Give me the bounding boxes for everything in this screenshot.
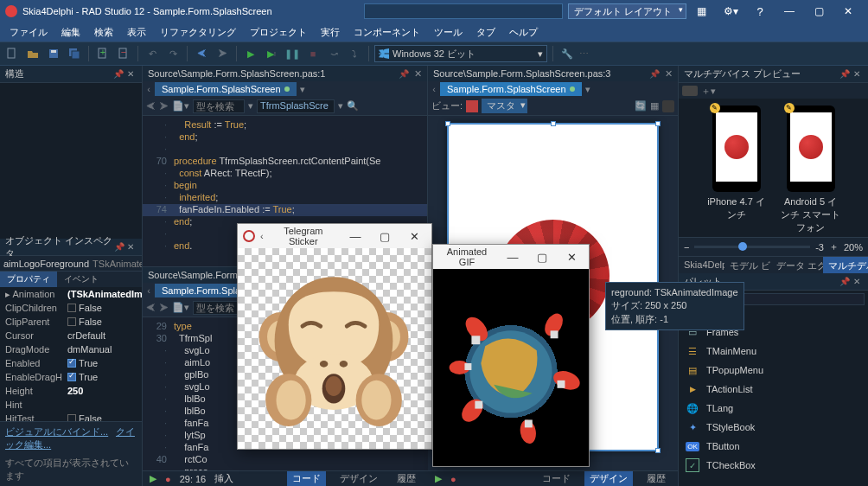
device-android[interactable]: ✎ Android 5 インチ スマートフォン: [781, 106, 841, 230]
subtab-project[interactable]: Skia4Delphi...: [679, 257, 724, 273]
menu-file[interactable]: ファイル: [3, 23, 54, 42]
structure-tree[interactable]: [0, 83, 142, 239]
menu-tools[interactable]: ツール: [428, 23, 469, 42]
menu-help[interactable]: ヘルプ: [503, 23, 544, 42]
footer-tab-design[interactable]: デザイン: [584, 471, 633, 486]
property-row[interactable]: HitTestFalse: [0, 412, 142, 421]
pin-icon[interactable]: 📌: [649, 69, 660, 79]
close-button[interactable]: ✕: [559, 251, 584, 264]
panel-pin-icon[interactable]: 📌: [839, 277, 851, 286]
animated-gif-window[interactable]: Animated GIF — ▢ ✕: [432, 244, 590, 467]
panel-pin-icon[interactable]: 📌: [112, 69, 124, 79]
toolbar-undo-icon[interactable]: ↶: [144, 45, 161, 62]
panel-close-icon[interactable]: ✕: [124, 69, 137, 79]
footer-tab-design[interactable]: デザイン: [335, 471, 383, 486]
toolbar-forward-icon[interactable]: ⮞: [214, 45, 231, 62]
close-icon[interactable]: ✕: [414, 68, 422, 80]
property-row[interactable]: EnabledTrue: [0, 356, 142, 370]
toolbar-back-icon[interactable]: ⮜: [193, 45, 210, 62]
property-row[interactable]: DragModedmManual: [0, 342, 142, 356]
menu-edit[interactable]: 編集: [55, 23, 86, 42]
grid-icon[interactable]: ▦: [650, 100, 659, 112]
menu-project[interactable]: プロジェクト: [244, 23, 313, 42]
panel-close-icon[interactable]: ✕: [125, 242, 137, 252]
footer-tab-history[interactable]: 履歴: [392, 471, 421, 486]
minimize-button[interactable]: —: [343, 230, 367, 243]
menu-search[interactable]: 検索: [88, 23, 119, 42]
property-grid[interactable]: ▸ Animation(TSkAnimatedImage.TClipChildr…: [0, 287, 142, 421]
class-selector[interactable]: TfrmSplashScre: [257, 99, 335, 113]
file-tab[interactable]: Sample.Form.SplashScreen: [155, 82, 297, 96]
dark-icon[interactable]: [662, 100, 674, 112]
layout-dropdown[interactable]: デフォルト レイアウト: [568, 3, 686, 19]
toolbar-run-icon[interactable]: ▶: [242, 45, 259, 62]
pin-icon[interactable]: 📌: [399, 69, 409, 79]
minimize-button[interactable]: —: [501, 251, 525, 264]
rotate-icon[interactable]: 🔄: [635, 100, 647, 112]
platform-dropdown[interactable]: Windows 32 ビット▾: [374, 45, 547, 62]
tab-events[interactable]: イベント: [57, 272, 105, 287]
window-close-button[interactable]: ✕: [833, 2, 863, 21]
toolbar-saveall-icon[interactable]: [66, 45, 83, 62]
footer-tab-history[interactable]: 履歴: [641, 471, 671, 486]
maximize-button[interactable]: ▢: [373, 230, 397, 243]
toolbar-new-icon[interactable]: [3, 45, 21, 62]
subtab-model[interactable]: モデル ビュー: [724, 257, 771, 273]
help-icon[interactable]: ?: [745, 2, 775, 21]
property-row[interactable]: EnableDragHTrue: [0, 370, 142, 384]
subtab-data[interactable]: データ エクス...: [771, 257, 823, 273]
property-row[interactable]: ClipParentFalse: [0, 315, 142, 329]
footer-tab-code[interactable]: コード: [287, 471, 326, 486]
menu-tabs[interactable]: タブ: [470, 23, 501, 42]
property-row[interactable]: Hint: [0, 398, 142, 412]
window-minimize-button[interactable]: —: [775, 2, 804, 21]
bind-visually-link[interactable]: ビジュアルにバインド...: [5, 426, 108, 437]
toolbar-open-icon[interactable]: [24, 45, 41, 62]
toolbar-redo-icon[interactable]: ↷: [164, 45, 182, 62]
close-button[interactable]: ✕: [402, 230, 426, 243]
close-icon[interactable]: ✕: [665, 68, 673, 80]
tab-properties[interactable]: プロパティ: [0, 272, 57, 287]
toolbar-step-over-icon[interactable]: ⤻: [325, 45, 342, 62]
search-icon[interactable]: 🔍: [347, 100, 359, 112]
zoom-out-icon[interactable]: −: [684, 242, 689, 253]
subtab-multidevice[interactable]: マルチデバイ: [823, 257, 868, 273]
tab-dropdown-icon[interactable]: ▾: [297, 84, 309, 95]
toolbar-stop-icon[interactable]: ■: [304, 45, 322, 62]
palette-item[interactable]: ▤TPopupMenu: [679, 361, 868, 380]
toolbar-run-nodebug-icon[interactable]: ▶!: [263, 45, 280, 62]
palette-item[interactable]: OKTButton: [679, 437, 868, 456]
layout-grid-icon[interactable]: ▦: [686, 2, 716, 21]
designer-tab[interactable]: Source\Sample.Form.SplashScreen.pas:3 📌 …: [428, 66, 678, 81]
type-search-input[interactable]: 型を検索: [193, 99, 245, 113]
property-row[interactable]: Height250: [0, 384, 142, 398]
palette-item[interactable]: ☰TMainMenu: [679, 342, 868, 361]
toolbar-add-file-icon[interactable]: +: [94, 45, 112, 62]
telegram-sticker-window[interactable]: ‹ Telegram Sticker — ▢ ✕: [237, 223, 432, 450]
menu-refactor[interactable]: リファクタリング: [154, 23, 242, 42]
menu-view[interactable]: 表示: [121, 23, 152, 42]
zoom-in-icon[interactable]: ＋: [829, 240, 839, 253]
add-device-icon[interactable]: ＋▾: [701, 85, 716, 98]
device-filter-icon[interactable]: [682, 86, 698, 96]
property-row[interactable]: ▸ Animation(TSkAnimatedImage.T: [0, 287, 142, 301]
ide-search-input[interactable]: [364, 3, 563, 19]
editor1-tab[interactable]: Source\Sample.Form.SplashScreen.pas:1 📌 …: [143, 66, 427, 81]
footer-tab-code[interactable]: コード: [537, 471, 576, 486]
toolbar-save-icon[interactable]: [45, 45, 62, 62]
palette-item[interactable]: ▶TActionList: [679, 380, 868, 399]
property-row[interactable]: ClipChildrenFalse: [0, 301, 142, 315]
nav-back-icon[interactable]: ⮜: [146, 101, 156, 112]
device-iphone[interactable]: ✎ iPhone 4.7 インチ: [706, 106, 767, 230]
panel-close-icon[interactable]: ✕: [851, 277, 863, 286]
nav-fwd-icon[interactable]: ⮞: [159, 101, 169, 112]
toolbar-remove-file-icon[interactable]: −: [115, 45, 132, 62]
panel-pin-icon[interactable]: 📌: [839, 69, 851, 79]
zoom-slider[interactable]: [694, 246, 810, 248]
toolbar-build-icon[interactable]: 🔧: [558, 45, 576, 62]
window-maximize-button[interactable]: ▢: [804, 2, 833, 21]
toolbar-step-into-icon[interactable]: ⤵: [346, 45, 363, 62]
menu-run[interactable]: 実行: [315, 23, 346, 42]
palette-item[interactable]: 🌐TLang: [679, 399, 868, 418]
back-icon[interactable]: ‹: [260, 231, 264, 241]
